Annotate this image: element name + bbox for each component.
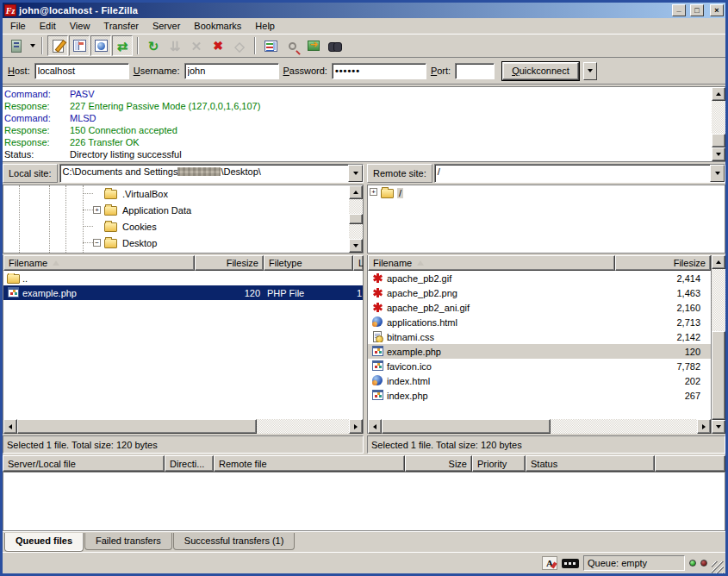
scroll-thumb[interactable] <box>712 134 725 147</box>
toggle-transfer-queue-button[interactable]: ⇄ <box>112 35 133 56</box>
refresh-button[interactable]: ↻ <box>143 35 164 56</box>
tree-item-cookies[interactable]: Cookies <box>3 218 349 235</box>
local-column-filetype[interactable]: Filetype <box>264 255 353 271</box>
message-log-scrollbar[interactable] <box>712 87 725 161</box>
menu-item-file[interactable]: File <box>3 19 33 33</box>
scroll-thumb[interactable] <box>712 331 725 420</box>
menu-item-view[interactable]: View <box>63 19 97 33</box>
remote-list-scrollbar[interactable] <box>712 255 725 434</box>
find-files-button[interactable] <box>325 35 345 56</box>
menu-item-edit[interactable]: Edit <box>33 19 63 33</box>
close-button[interactable]: × <box>710 4 724 16</box>
file-row[interactable]: bitnami.css2,142 <box>368 329 711 344</box>
scroll-down-button[interactable] <box>712 147 725 161</box>
menu-item-help[interactable]: Help <box>248 19 282 33</box>
resize-grip[interactable] <box>712 561 724 573</box>
file-row[interactable]: index.html202 <box>368 373 711 388</box>
filename-cell: index.php <box>368 390 615 401</box>
port-input[interactable] <box>455 63 495 79</box>
scroll-right-button[interactable] <box>697 419 711 434</box>
local-tree-scrollbar[interactable] <box>349 185 363 253</box>
file-row[interactable]: example.php120PHP File1 <box>3 285 363 300</box>
filesize-cell: 2,713 <box>615 317 711 328</box>
queue-column-priority[interactable]: Priority <box>472 455 526 472</box>
minimize-button[interactable]: _ <box>672 4 686 16</box>
remote-column-filesize[interactable]: Filesize <box>615 255 711 271</box>
queue-column-directi-[interactable]: Directi... <box>165 455 214 472</box>
toggle-remote-tree-button[interactable] <box>90 35 111 56</box>
local-path-dropdown[interactable] <box>348 165 363 182</box>
remote-column-filename[interactable]: Filename <box>368 255 615 271</box>
remote-path-dropdown[interactable] <box>710 165 725 182</box>
password-input[interactable] <box>332 63 426 79</box>
tab-successful-transfers-1-[interactable]: Successful transfers (1) <box>173 533 296 550</box>
tree-expander[interactable]: + <box>93 206 101 214</box>
scroll-thumb[interactable] <box>17 419 257 434</box>
filename-text: .. <box>22 273 28 284</box>
host-label: Host: <box>8 66 30 76</box>
scroll-left-button[interactable] <box>368 419 382 434</box>
file-row[interactable]: index.php267 <box>368 388 711 403</box>
file-row[interactable]: favicon.ico7,782 <box>368 359 711 373</box>
maximize-button[interactable]: □ <box>690 4 704 16</box>
tab-failed-transfers[interactable]: Failed transfers <box>84 533 172 550</box>
filter-button[interactable] <box>260 35 281 56</box>
local-column-filesize[interactable]: Filesize <box>195 255 264 271</box>
tree-expander[interactable]: − <box>93 239 101 247</box>
quickconnect-dropdown[interactable] <box>583 62 597 80</box>
scroll-thumb[interactable] <box>349 214 363 224</box>
site-manager-dropdown[interactable] <box>28 35 37 56</box>
host-input[interactable] <box>34 63 129 79</box>
local-column-filename[interactable]: Filename <box>3 255 195 271</box>
scroll-up-button[interactable] <box>712 87 725 101</box>
file-row[interactable]: apache_pb2.gif2,414 <box>368 271 711 285</box>
process-queue-button[interactable]: ⇊ <box>165 35 185 56</box>
speed-limit-icon[interactable] <box>562 559 579 568</box>
menu-item-bookmarks[interactable]: Bookmarks <box>187 19 248 33</box>
quickconnect-button[interactable]: Quickconnect <box>502 62 579 80</box>
reconnect-button[interactable]: ◇ <box>229 35 250 56</box>
queue-tabs: Queued filesFailed transfersSuccessful t… <box>3 531 725 552</box>
synchronized-browsing-button[interactable] <box>303 35 324 56</box>
queue-column-size[interactable]: Size <box>405 455 472 472</box>
file-row[interactable]: apache_pb2.png1,463 <box>368 285 711 300</box>
cancel-operation-button[interactable]: ✕ <box>186 35 207 56</box>
toggle-local-tree-button[interactable] <box>69 35 90 56</box>
menu-item-server[interactable]: Server <box>146 19 187 33</box>
file-row[interactable]: applications.html2,713 <box>368 315 711 329</box>
queue-column-blank[interactable] <box>655 455 725 472</box>
tree-item-desktop[interactable]: −Desktop <box>3 235 349 251</box>
file-row[interactable]: .. <box>3 271 363 285</box>
local-hscrollbar[interactable] <box>3 419 363 434</box>
tree-item-application-data[interactable]: +Application Data <box>3 202 349 218</box>
scroll-up-button[interactable] <box>712 255 725 269</box>
scroll-down-button[interactable] <box>712 420 725 434</box>
queue-column-status[interactable]: Status <box>526 455 655 472</box>
toggle-message-log-button[interactable] <box>47 35 68 56</box>
scroll-up-button[interactable] <box>349 185 363 199</box>
file-row[interactable]: apache_pb2_ani.gif2,160 <box>368 300 711 315</box>
tree-item--virtualbox[interactable]: .VirtualBox <box>3 185 349 202</box>
local-column-l[interactable]: L <box>353 255 364 271</box>
remote-path-combo[interactable]: / <box>434 164 725 183</box>
queue-column-remote-file[interactable]: Remote file <box>214 455 405 472</box>
log-line-text: MLSD <box>70 112 96 124</box>
site-manager-button[interactable] <box>6 35 27 56</box>
menu-item-transfer[interactable]: Transfer <box>96 19 146 33</box>
tab-queued-files[interactable]: Queued files <box>4 533 84 552</box>
scroll-right-button[interactable] <box>349 419 363 434</box>
username-input[interactable] <box>184 63 279 79</box>
remote-hscrollbar[interactable] <box>368 419 711 434</box>
data-type-icon[interactable]: A <box>542 556 557 570</box>
disconnect-button[interactable]: ✖ <box>208 35 228 56</box>
directory-comparison-button[interactable] <box>282 35 302 56</box>
file-row[interactable]: example.php120 <box>368 344 711 359</box>
scroll-thumb[interactable] <box>382 419 551 434</box>
scroll-down-button[interactable] <box>349 239 363 253</box>
queue-column-server-local-file[interactable]: Server/Local file <box>3 455 165 472</box>
remote-root-item[interactable]: / <box>397 188 403 198</box>
folder-icon <box>104 239 117 248</box>
local-path-combo[interactable]: C:\Documents and Settings\Desktop\ <box>59 164 364 183</box>
scroll-left-button[interactable] <box>3 419 17 434</box>
tree-expander[interactable]: + <box>370 188 377 196</box>
